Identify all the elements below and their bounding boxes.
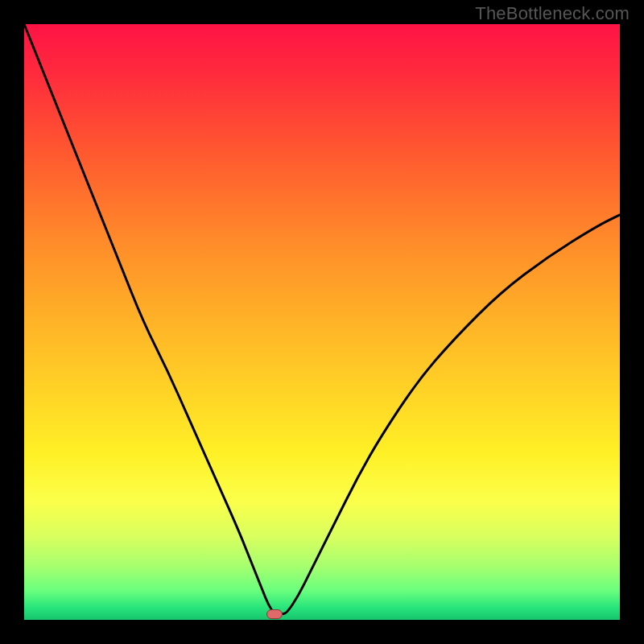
watermark-text: TheBottleneck.com <box>475 3 630 24</box>
chart-container: TheBottleneck.com <box>0 0 644 644</box>
plot-area <box>24 24 620 620</box>
bottleneck-curve <box>24 24 620 620</box>
minimum-marker <box>266 609 283 619</box>
